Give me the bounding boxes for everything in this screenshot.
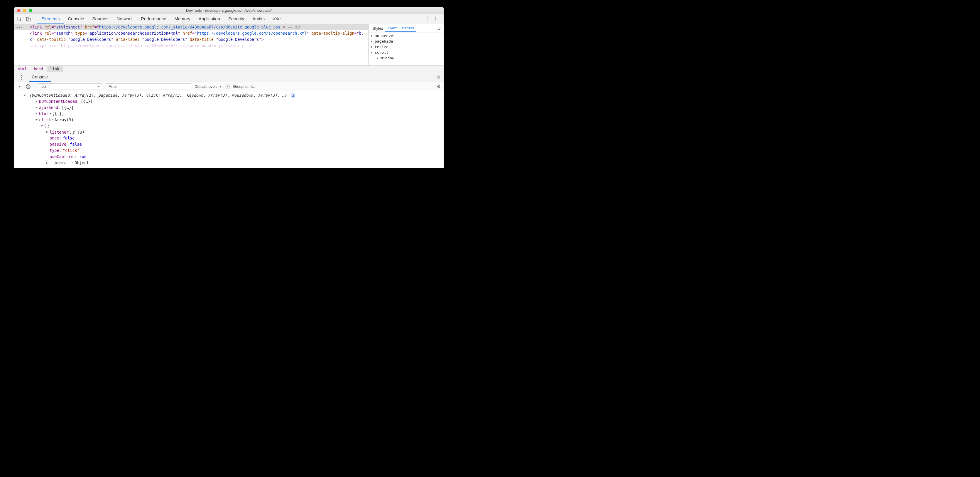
event-listener-list: mouseoverpagehideresizescrollWindow [369, 33, 444, 61]
context-value: top [40, 84, 46, 89]
console-filter-input[interactable] [106, 83, 191, 90]
console-property[interactable]: __proto__: Object [36, 160, 441, 166]
tab-memory[interactable]: Memory [170, 14, 194, 24]
sidebar-tab-styles[interactable]: Styles [370, 25, 385, 32]
tab-performance[interactable]: Performance [137, 14, 170, 24]
tab-axe[interactable]: aXe [269, 14, 285, 24]
console-output: ‹ {DOMContentLoaded: Array(1), pagehide:… [14, 91, 444, 168]
object-summary[interactable]: {DOMContentLoaded: Array(1), pagehide: A… [29, 93, 287, 97]
tab-application[interactable]: Application [194, 14, 224, 24]
listener-pagehide[interactable]: pagehide [369, 38, 444, 44]
execution-context-icon[interactable] [17, 84, 22, 89]
breadcrumb-head[interactable]: head [30, 66, 46, 72]
tab-network[interactable]: Network [113, 14, 137, 24]
drawer-close-icon[interactable]: ✕ [436, 74, 441, 80]
devtools-window: DevTools - developers.google.com/web/sho… [14, 7, 444, 168]
breadcrumb-link[interactable]: link [47, 66, 63, 72]
dom-node-selected[interactable]: <link rel="stylesheet" href="https://dev… [14, 24, 368, 30]
console-settings-icon[interactable]: ⚙ [437, 84, 441, 89]
clear-console-icon[interactable] [26, 84, 30, 89]
dom-node-truncated[interactable]: <script src="https://developers.google.c… [14, 43, 368, 49]
log-levels-selector[interactable]: Default levels [194, 84, 222, 89]
console-property[interactable]: DOMContentLoaded: [{…}] [36, 98, 441, 105]
settings-menu-icon[interactable]: ⋮ [431, 16, 440, 22]
parent-indicator-icon: ••• [16, 25, 22, 30]
listener-resize[interactable]: resize [369, 44, 444, 49]
separator [34, 83, 34, 90]
console-property[interactable]: once: false [36, 135, 441, 141]
elements-panel[interactable]: ••• <link rel="stylesheet" href="https:/… [14, 24, 369, 65]
main-tabs: Elements Console Sources Network Perform… [37, 14, 285, 24]
tab-console[interactable]: Console [64, 14, 88, 24]
sidebar-tab-event-listeners[interactable]: Event Listeners [385, 25, 416, 32]
group-similar-checkbox[interactable]: ✓ [226, 85, 229, 88]
svg-rect-2 [28, 18, 30, 21]
listener-target[interactable]: Window [369, 55, 444, 61]
group-similar-label: Group similar [233, 84, 256, 89]
console-property[interactable]: useCapture: true [36, 154, 441, 160]
tab-audits[interactable]: Audits [248, 14, 269, 24]
context-selector[interactable]: top [38, 83, 102, 90]
window-title: DevTools - developers.google.com/web/sho… [14, 8, 444, 13]
inspect-element-icon[interactable] [17, 16, 22, 22]
sidebar-more-tabs-icon[interactable]: » [437, 26, 442, 31]
message-gutter-icon: ‹ [17, 92, 24, 98]
tab-elements[interactable]: Elements [37, 14, 64, 24]
console-property[interactable]: ajaxSend: [{…}] [36, 105, 441, 111]
dom-breadcrumb: html head link [14, 65, 444, 72]
device-toolbar-icon[interactable] [26, 16, 31, 22]
console-toolbar: top Default levels ✓ Group similar ⚙ [14, 82, 444, 91]
titlebar: DevTools - developers.google.com/web/sho… [14, 7, 444, 14]
console-property[interactable]: passive: false [36, 141, 441, 147]
listener-scroll[interactable]: scroll [369, 49, 444, 55]
console-property[interactable]: listener: ƒ (d) [36, 129, 441, 136]
expand-toggle-icon[interactable] [24, 95, 26, 96]
console-property[interactable]: blur: [{…}] [36, 111, 441, 117]
drawer-tab-console[interactable]: Console [29, 73, 51, 81]
console-property[interactable]: 0: [36, 123, 441, 129]
listener-mouseover[interactable]: mouseover [369, 33, 444, 38]
tab-sources[interactable]: Sources [88, 14, 113, 24]
main-tabbar: Elements Console Sources Network Perform… [14, 14, 444, 24]
elements-sidebar: Styles Event Listeners » mouseoverpagehi… [369, 24, 444, 65]
breadcrumb-html[interactable]: html [14, 66, 30, 72]
drawer-menu-icon[interactable]: ⋮ [17, 74, 26, 80]
info-badge-icon[interactable]: i [291, 93, 296, 98]
tab-security[interactable]: Security [224, 14, 248, 24]
console-property[interactable]: type: "click" [36, 147, 441, 154]
dom-node[interactable]: <link rel="search" type="application/ope… [14, 30, 368, 43]
console-property[interactable]: click: Array(3) [36, 117, 441, 123]
drawer-header: ⋮ Console ✕ [14, 72, 444, 82]
